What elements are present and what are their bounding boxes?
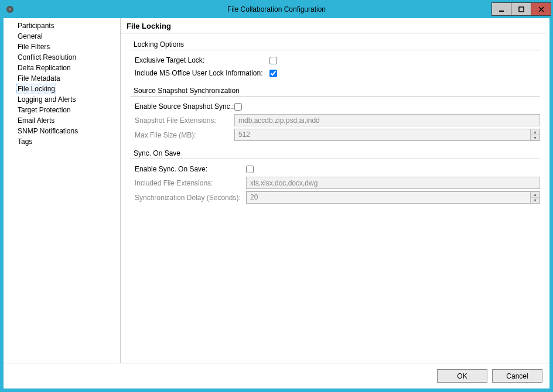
group-title-snapshot: Source Snapshot Synchronization [130, 84, 540, 97]
footer: OK Cancel [4, 363, 549, 388]
sidebar-item-tags[interactable]: Tags [16, 136, 33, 147]
maximize-button[interactable] [511, 2, 531, 16]
label-snapshot-extensions: Snapshot File Extensions: [135, 116, 234, 125]
app-icon [5, 5, 15, 14]
label-sync-delay: Synchronization Delay (Seconds): [135, 194, 246, 202]
input-included-extensions[interactable] [246, 177, 540, 189]
checkbox-enable-snapshot[interactable] [234, 103, 242, 111]
close-button[interactable] [531, 2, 551, 16]
spinner-up-icon[interactable]: ▲ [531, 192, 540, 198]
ok-button[interactable]: OK [437, 369, 487, 383]
title-bar[interactable]: File Collaboration Configuration [1, 1, 552, 18]
page-title: File Locking [121, 18, 546, 33]
checkbox-ms-office-lock[interactable] [269, 70, 277, 77]
spinner-max-file-size[interactable]: 512 ▲ ▼ [234, 129, 540, 141]
spinner-up-icon[interactable]: ▲ [531, 129, 540, 135]
sidebar-item-conflict-resolution[interactable]: Conflict Resolution [16, 52, 77, 63]
svg-rect-3 [519, 7, 524, 12]
group-locking-options: Locking Options Exclusive Target Lock: I… [130, 38, 540, 80]
window-title: File Collaboration Configuration [1, 5, 552, 13]
body: Participants General File Filters Confli… [4, 18, 549, 363]
group-sync-on-save: Sync. On Save Enable Sync. On Save: Incl… [130, 147, 540, 205]
window-controls [491, 3, 551, 16]
spinner-down-icon[interactable]: ▼ [531, 198, 540, 203]
content-frame: Participants General File Filters Confli… [1, 18, 552, 391]
svg-rect-2 [499, 11, 504, 12]
sidebar: Participants General File Filters Confli… [4, 18, 121, 363]
checkbox-exclusive-target-lock[interactable] [269, 57, 277, 64]
minimize-button[interactable] [491, 2, 511, 16]
sidebar-item-participants[interactable]: Participants [16, 20, 56, 31]
label-included-extensions: Included File Extensions: [135, 179, 246, 187]
sidebar-item-email-alerts[interactable]: Email Alerts [16, 115, 56, 126]
label-enable-snapshot: Enable Source Snapshot Sync.: [135, 102, 234, 111]
spinner-down-icon[interactable]: ▼ [531, 135, 540, 140]
group-title-locking: Locking Options [130, 38, 540, 50]
input-snapshot-extensions[interactable] [234, 114, 540, 126]
group-title-syncsave: Sync. On Save [130, 147, 540, 159]
label-enable-syncsave: Enable Sync. On Save: [135, 165, 246, 173]
svg-point-1 [9, 8, 11, 11]
dialog-window: File Collaboration Configuration Partici… [0, 0, 553, 392]
sidebar-item-snmp-notifications[interactable]: SNMP Notifications [16, 126, 79, 136]
checkbox-enable-syncsave[interactable] [246, 166, 254, 173]
main-panel: File Locking Locking Options Exclusive T… [121, 18, 549, 363]
sidebar-item-logging-alerts[interactable]: Logging and Alerts [16, 94, 77, 105]
label-max-file-size: Max File Size (MB): [135, 131, 234, 139]
sidebar-item-target-protection[interactable]: Target Protection [16, 105, 72, 115]
group-source-snapshot: Source Snapshot Synchronization Enable S… [130, 84, 540, 142]
sidebar-item-file-locking[interactable]: File Locking [16, 84, 56, 94]
sidebar-item-delta-replication[interactable]: Delta Replication [16, 63, 72, 73]
spinner-sync-delay[interactable]: 20 ▲ ▼ [246, 191, 540, 204]
sidebar-item-file-filters[interactable]: File Filters [16, 42, 51, 52]
spinner-value-sync-delay: 20 [247, 192, 530, 203]
sidebar-item-file-metadata[interactable]: File Metadata [16, 73, 62, 84]
label-exclusive-target-lock: Exclusive Target Lock: [135, 56, 269, 64]
label-ms-office-lock: Include MS Office User Lock Information: [135, 69, 269, 77]
sidebar-item-general[interactable]: General [16, 31, 44, 42]
cancel-button[interactable]: Cancel [492, 369, 542, 383]
spinner-value-max-file-size: 512 [235, 129, 530, 140]
